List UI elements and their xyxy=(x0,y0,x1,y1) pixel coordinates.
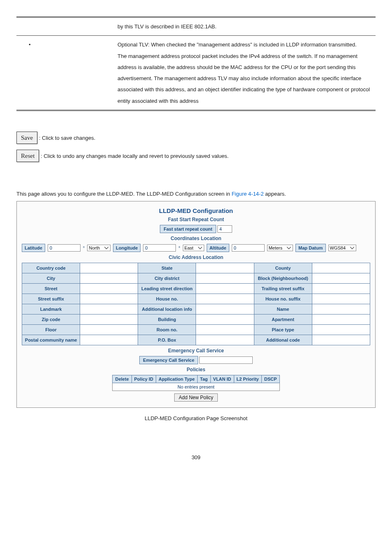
civic-label: Place type xyxy=(254,325,312,335)
policies-heading: Policies xyxy=(22,367,370,372)
civic-input[interactable] xyxy=(80,314,138,325)
latitude-label: Latitude xyxy=(22,244,45,252)
civic-table: Country codeStateCounty CityCity distric… xyxy=(22,263,370,345)
civic-label: Building xyxy=(138,314,196,325)
desc-right-1: by this TLV is described in IEEE 802.1AB… xyxy=(113,17,376,36)
civic-label: Floor xyxy=(22,325,80,335)
civic-heading: Civic Address Location xyxy=(22,254,370,260)
faststart-input[interactable]: 4 xyxy=(217,225,232,233)
page-number: 309 xyxy=(16,454,376,460)
figure-caption: LLDP-MED Configuration Page Screenshot xyxy=(16,415,376,421)
civic-input[interactable] xyxy=(196,294,254,304)
emergency-label: Emergency Call Service xyxy=(139,356,198,364)
degree-symbol: ° xyxy=(178,245,180,250)
civic-label: State xyxy=(138,263,196,273)
civic-input[interactable] xyxy=(196,284,254,294)
civic-label: Apartment xyxy=(254,314,312,325)
panel-title: LLDP-MED Configuration xyxy=(22,207,370,214)
civic-input[interactable] xyxy=(80,263,138,273)
altitude-unit-select[interactable]: Meters xyxy=(267,245,293,251)
add-new-policy-button[interactable]: Add New Policy xyxy=(174,393,218,402)
latitude-direction-select[interactable]: North xyxy=(87,245,111,251)
coordinates-heading: Coordinates Location xyxy=(22,236,370,241)
civic-input[interactable] xyxy=(80,294,138,304)
civic-label: County xyxy=(254,263,312,273)
civic-input[interactable] xyxy=(80,273,138,284)
civic-input[interactable] xyxy=(80,335,138,345)
altitude-input[interactable]: 0 xyxy=(232,244,265,252)
reset-text: : Click to undo any changes made locally… xyxy=(41,153,228,159)
civic-input[interactable] xyxy=(196,263,254,273)
desc-right-2: Optional TLV: When checked the "manageme… xyxy=(113,36,376,111)
civic-label: Zip code xyxy=(22,314,80,325)
policies-table: Delete Policy ID Application Type Tag VL… xyxy=(112,375,279,391)
altitude-label: Altitude xyxy=(207,244,229,252)
policies-col: DSCP xyxy=(261,375,279,383)
longitude-label: Longitude xyxy=(113,244,141,252)
save-text: : Click to save changes. xyxy=(39,135,95,141)
civic-input[interactable] xyxy=(196,335,254,345)
mapdatum-select[interactable]: WGS84 xyxy=(328,245,357,251)
desc-left-2 xyxy=(16,36,113,111)
emergency-heading: Emergency Call Service xyxy=(22,348,370,354)
desc-left-1 xyxy=(16,17,113,36)
civic-input[interactable] xyxy=(80,325,138,335)
civic-input[interactable] xyxy=(312,335,370,345)
civic-label: Postal community name xyxy=(22,335,80,345)
civic-label: Additional location info xyxy=(138,304,196,314)
save-button[interactable]: Save xyxy=(16,132,37,144)
civic-input[interactable] xyxy=(196,325,254,335)
civic-label: Country code xyxy=(22,263,80,273)
emergency-input[interactable] xyxy=(199,356,253,364)
civic-label: Name xyxy=(254,304,312,314)
policies-col: Policy ID xyxy=(131,375,156,383)
policies-col: Tag xyxy=(197,375,210,383)
civic-input[interactable] xyxy=(312,314,370,325)
civic-input[interactable] xyxy=(196,304,254,314)
config-panel-screenshot: LLDP-MED Configuration Fast Start Repeat… xyxy=(16,201,376,408)
degree-symbol: ° xyxy=(83,245,85,250)
reset-button[interactable]: Reset xyxy=(16,150,39,162)
faststart-heading: Fast Start Repeat Count xyxy=(22,217,370,222)
civic-input[interactable] xyxy=(80,284,138,294)
civic-label: Room no. xyxy=(138,325,196,335)
chevron-down-icon xyxy=(350,245,355,250)
chevron-down-icon xyxy=(198,245,203,250)
civic-input[interactable] xyxy=(312,304,370,314)
figure-link[interactable]: Figure 4-14-2 xyxy=(232,191,264,197)
longitude-direction-select[interactable]: East xyxy=(183,245,204,251)
civic-input[interactable] xyxy=(312,263,370,273)
civic-label: City district xyxy=(138,273,196,284)
civic-input[interactable] xyxy=(196,314,254,325)
policies-col: Application Type xyxy=(156,375,197,383)
civic-input[interactable] xyxy=(312,325,370,335)
civic-label: P.O. Box xyxy=(138,335,196,345)
intro-text: This page allows you to configure the LL… xyxy=(16,191,376,197)
chevron-down-icon xyxy=(104,245,109,250)
civic-label: Block (Neighbourhood) xyxy=(254,273,312,284)
civic-input[interactable] xyxy=(312,294,370,304)
civic-label: Trailing street suffix xyxy=(254,284,312,294)
policies-col: VLAN ID xyxy=(210,375,234,383)
longitude-input[interactable]: 0 xyxy=(143,244,176,252)
civic-label: House no. xyxy=(138,294,196,304)
policies-col: Delete xyxy=(113,375,131,383)
civic-label: Street xyxy=(22,284,80,294)
policies-col: L2 Priority xyxy=(234,375,261,383)
civic-label: Additional code xyxy=(254,335,312,345)
civic-input[interactable] xyxy=(196,273,254,284)
civic-label: Leading street direction xyxy=(138,284,196,294)
civic-label: City xyxy=(22,273,80,284)
civic-label: House no. suffix xyxy=(254,294,312,304)
civic-input[interactable] xyxy=(312,273,370,284)
latitude-input[interactable]: 0 xyxy=(48,244,81,252)
civic-input[interactable] xyxy=(80,304,138,314)
civic-input[interactable] xyxy=(312,284,370,294)
chevron-down-icon xyxy=(286,245,291,250)
faststart-label: Fast start repeat count xyxy=(160,225,216,233)
civic-label: Street suffix xyxy=(22,294,80,304)
civic-label: Landmark xyxy=(22,304,80,314)
policies-empty: No entries present xyxy=(113,383,279,391)
description-table: by this TLV is described in IEEE 802.1AB… xyxy=(16,16,376,111)
mapdatum-label: Map Datum xyxy=(295,244,325,252)
